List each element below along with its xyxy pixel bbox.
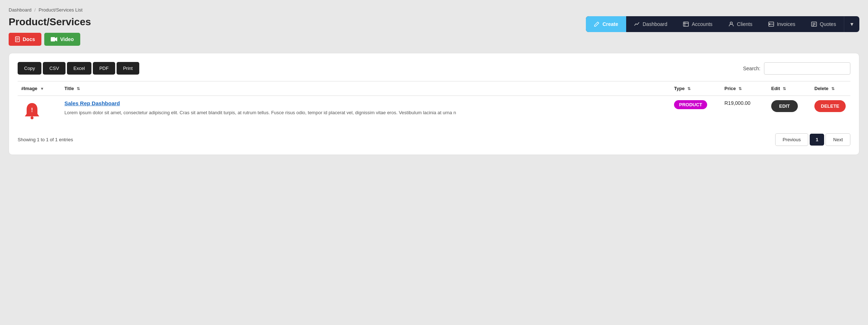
sort-icon-edit[interactable]: ⇅ (783, 86, 786, 91)
page-number-1[interactable]: 1 (810, 134, 824, 146)
title-area: Product/Services Docs Video (9, 16, 91, 46)
nav-item-clients[interactable]: Clients (720, 16, 760, 32)
search-input[interactable] (764, 62, 850, 75)
svg-point-9 (730, 22, 732, 24)
dashboard-icon (634, 21, 640, 27)
sort-icon-delete[interactable]: ⇅ (831, 86, 835, 91)
product-description: Lorem ipsum dolor sit amet, consectetur … (64, 110, 456, 115)
svg-point-17 (31, 116, 33, 119)
docs-icon (15, 36, 20, 42)
excel-button[interactable]: Excel (67, 62, 91, 75)
previous-button[interactable]: Previous (775, 133, 809, 146)
toolbar: Copy CSV Excel PDF Print Search: (18, 62, 850, 75)
table-header-row: #Image ▼ Title ⇅ Type ⇅ Price ⇅ Edit ⇅ (18, 81, 850, 96)
invoices-icon (768, 21, 774, 27)
col-header-image: #Image ▼ (18, 81, 61, 96)
col-header-title: Title ⇅ (61, 81, 670, 96)
product-image-cell: ! (18, 96, 61, 126)
csv-button[interactable]: CSV (43, 62, 65, 75)
next-button[interactable]: Next (826, 133, 850, 146)
product-delete-cell: DELETE (811, 96, 850, 126)
product-type-badge: PRODUCT (674, 100, 707, 109)
col-header-type: Type ⇅ (670, 81, 721, 96)
search-row: Search: (743, 62, 850, 75)
svg-point-11 (769, 24, 770, 25)
breadcrumb-current: Product/Services List (39, 7, 82, 13)
main-card: Copy CSV Excel PDF Print Search: #Image … (9, 53, 859, 155)
pdf-button[interactable]: PDF (93, 62, 115, 75)
breadcrumb-separator: / (35, 7, 36, 13)
col-header-price: Price ⇅ (721, 81, 768, 96)
edit-button[interactable]: EDIT (771, 100, 798, 112)
product-edit-cell: EDIT (768, 96, 811, 126)
svg-rect-6 (683, 22, 688, 26)
video-icon (51, 37, 57, 42)
breadcrumb-home[interactable]: Dashboard (9, 7, 32, 13)
video-button[interactable]: Video (44, 33, 80, 46)
product-price: R19,000.00 (724, 100, 750, 106)
clients-icon (728, 21, 734, 27)
page-title: Product/Services (9, 16, 91, 28)
copy-button[interactable]: Copy (18, 62, 41, 75)
col-header-edit: Edit ⇅ (768, 81, 811, 96)
docs-button[interactable]: Docs (9, 33, 41, 46)
sort-icon-price[interactable]: ⇅ (738, 86, 742, 91)
print-button[interactable]: Print (117, 62, 139, 75)
svg-rect-4 (51, 37, 55, 41)
products-table: #Image ▼ Title ⇅ Type ⇅ Price ⇅ Edit ⇅ (18, 81, 850, 126)
svg-marker-5 (55, 37, 57, 41)
svg-text:!: ! (31, 107, 33, 113)
footer-row: Showing 1 to 1 of 1 entries Previous 1 N… (18, 133, 850, 146)
nav-bar: Create Dashboard Accounts Clients (586, 16, 859, 32)
product-price-cell: R19,000.00 (721, 96, 768, 126)
product-info-cell: Sales Rep Dashboard Lorem ipsum dolor si… (61, 96, 670, 126)
search-label: Search: (743, 66, 760, 71)
chevron-down-icon: ▼ (849, 21, 854, 27)
sort-icon-image[interactable]: ▼ (40, 86, 44, 91)
product-type-cell: PRODUCT (670, 96, 721, 126)
breadcrumb: Dashboard / Product/Services List (9, 7, 859, 13)
alert-bell-icon: ! (23, 101, 41, 121)
product-image: ! (21, 100, 43, 122)
nav-item-quotes[interactable]: Quotes (803, 16, 844, 32)
top-row: Product/Services Docs Video (9, 16, 859, 46)
nav-item-create[interactable]: Create (586, 16, 626, 32)
nav-item-dashboard[interactable]: Dashboard (626, 16, 675, 32)
col-header-delete: Delete ⇅ (811, 81, 850, 96)
nav-item-invoices[interactable]: Invoices (760, 16, 803, 32)
toolbar-left: Copy CSV Excel PDF Print (18, 62, 139, 75)
create-icon (594, 21, 600, 27)
delete-button[interactable]: DELETE (814, 100, 846, 112)
quotes-icon (811, 21, 817, 27)
sort-icon-type[interactable]: ⇅ (687, 86, 691, 91)
entries-count: Showing 1 to 1 of 1 entries (18, 137, 73, 142)
nav-dropdown-button[interactable]: ▼ (844, 16, 859, 32)
accounts-icon (683, 21, 689, 27)
nav-item-accounts[interactable]: Accounts (675, 16, 720, 32)
product-title-link[interactable]: Sales Rep Dashboard (64, 100, 667, 106)
action-buttons: Docs Video (9, 33, 91, 46)
pagination: Previous 1 Next (775, 133, 850, 146)
sort-icon-title[interactable]: ⇅ (77, 86, 80, 91)
table-row: ! Sales Rep Dashboard Lorem ipsum dolor … (18, 96, 850, 126)
